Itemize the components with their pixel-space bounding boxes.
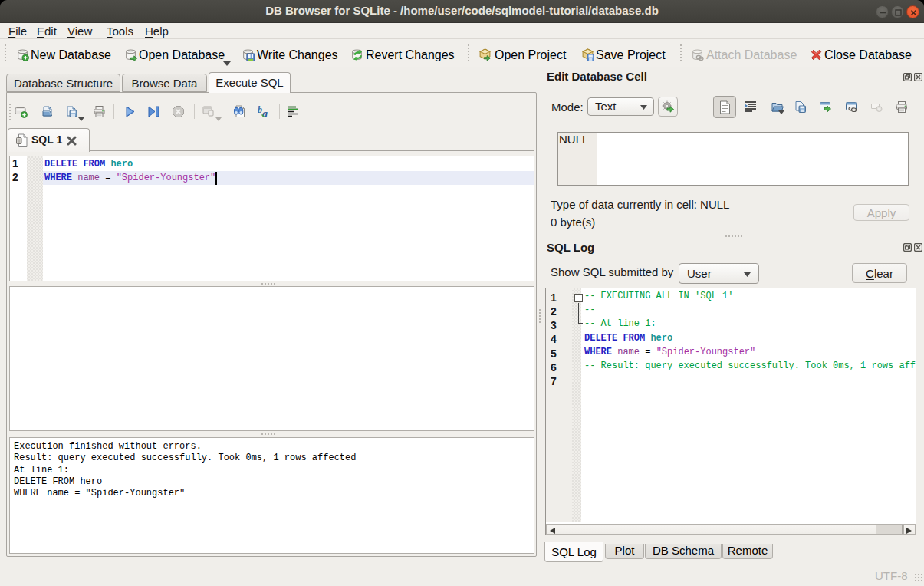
- svg-text:a: a: [262, 108, 268, 119]
